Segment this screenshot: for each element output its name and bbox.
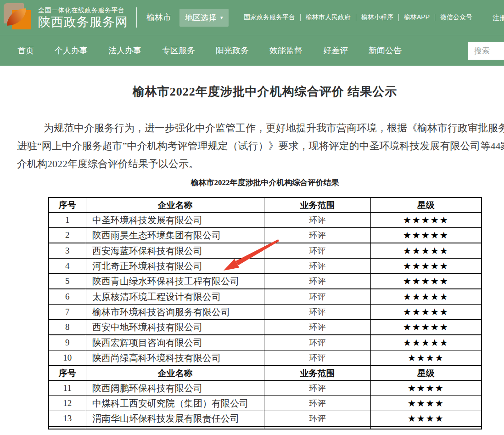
region-selector-button[interactable]: 地区选择 ▾	[179, 9, 229, 27]
column-header-0: 序号	[49, 366, 86, 381]
table-row: 8西安中地环境科技有限公司环评★★★★★	[49, 320, 482, 335]
star-rating: ★★★★★	[371, 213, 482, 228]
star-rating: ★★★★★	[371, 289, 482, 305]
evaluation-results-table: 序号企业名称业务范围星级1中圣环境科技发展有限公司环评★★★★★2陕西雨昊生态环…	[48, 197, 482, 429]
header-link-4[interactable]: 微信公众号	[435, 13, 477, 22]
company-name: 陕西青山绿水环保科技工程有限公司	[86, 274, 264, 289]
company-name: 西安中地环境科技有限公司	[86, 320, 264, 335]
company-name: 河北奇正环境科技有限公司	[86, 259, 264, 274]
nav-item-2[interactable]: 法人办事	[108, 45, 141, 56]
header-link-1[interactable]: 榆林市人民政府	[301, 13, 356, 22]
table-row-partial	[49, 426, 482, 429]
table-row: 5陕西青山绿水环保科技工程有限公司环评★★★★★	[49, 274, 482, 289]
row-index: 6	[49, 289, 86, 305]
column-header-3: 星级	[371, 198, 482, 213]
column-header-1: 企业名称	[86, 366, 264, 381]
nav-item-3[interactable]: 专区服务	[162, 45, 195, 56]
table-header-row: 序号企业名称业务范围星级	[49, 198, 482, 213]
company-name: 渭南华山环保科技发展有限责任公司	[86, 411, 264, 427]
region-selector-label: 地区选择	[185, 12, 216, 23]
paragraph-line-1: 为规范中介服务行为，进一步强化中介监管工作，更好地提升我市营商环境，根据《榆林市…	[17, 119, 504, 137]
nav-item-5[interactable]: 效能监督	[269, 45, 302, 56]
table-row: 3西安海蓝环保科技有限公司环评★★★★★	[49, 243, 482, 259]
announcement-article: 榆林市2022年度涉批中介机构综合评价 结果公示 为规范中介服务行为，进一步强化…	[17, 85, 504, 429]
business-scope: 环评	[264, 381, 371, 396]
table-row: 10陕西尚绿高科环境科技有限公司环评★★★★	[49, 350, 482, 366]
business-scope: 环评	[264, 228, 371, 243]
row-index: 9	[49, 335, 86, 350]
column-header-2: 业务范围	[264, 366, 371, 381]
table-row: 4河北奇正环境科技有限公司环评★★★★★	[49, 259, 482, 274]
header-quick-links: 国家政务服务平台榆林市人民政府榆林小程序榆林APP微信公众号	[239, 0, 477, 35]
star-rating: ★★★★	[371, 396, 482, 411]
table-row: 7榆林市环境科技咨询服务有限公司环评★★★★★	[49, 305, 482, 320]
site-logo	[3, 2, 34, 33]
table-row: 12中煤科工西安研究院（集团）有限公司环评★★★★	[49, 396, 482, 411]
site-name: 陕西政务服务网	[38, 16, 128, 28]
row-index: 2	[49, 228, 86, 243]
table-row: 11陕西阔鹏环保科技有限公司环评★★★★	[49, 381, 482, 396]
logo-text-block: 全国一体化在线政务服务平台 陕西政务服务网	[38, 7, 128, 28]
chevron-down-icon: ▾	[220, 15, 223, 20]
company-name: 陕西宏辉项目咨询有限公司	[86, 335, 264, 350]
nav-items: 首页个人办事法人办事专区服务阳光政务效能监督好差评新闻公告	[17, 45, 422, 56]
register-link[interactable]: 注册	[493, 14, 504, 23]
company-name: 中煤科工西安研究院（集团）有限公司	[86, 396, 264, 411]
table-row: 1中圣环境科技发展有限公司环评★★★★★	[49, 213, 482, 228]
row-index: 1	[49, 213, 86, 228]
table-row: 9陕西宏辉项目咨询有限公司环评★★★★★	[49, 335, 482, 350]
announcement-paragraph: 为规范中介服务行为，进一步强化中介监管工作，更好地提升我市营商环境，根据《榆林市…	[17, 119, 504, 173]
column-header-3: 星级	[371, 366, 482, 381]
business-scope: 环评	[264, 411, 371, 427]
star-rating: ★★★★★	[371, 335, 482, 350]
row-index: 12	[49, 396, 86, 411]
star-rating: ★★★★★	[371, 228, 482, 243]
nav-item-4[interactable]: 阳光政务	[216, 45, 249, 56]
star-rating: ★★★★★	[371, 243, 482, 259]
business-scope: 环评	[264, 396, 371, 411]
row-index: 11	[49, 381, 86, 396]
business-scope: 环评	[264, 305, 371, 320]
table-caption: 榆林市2022年度涉批中介机构综合评价结果	[17, 178, 504, 187]
company-name: 陕西雨昊生态环境集团有限公司	[86, 228, 264, 243]
main-nav: 首页个人办事法人办事专区服务阳光政务效能监督好差评新闻公告	[0, 35, 504, 66]
business-scope: 环评	[264, 350, 371, 366]
paragraph-line-3: 介机构2022年度综合评价结果予以公示。	[17, 155, 504, 173]
table-header-row: 序号企业名称业务范围星级	[49, 366, 482, 381]
company-name: 陕西尚绿高科环境科技有限公司	[86, 350, 264, 366]
current-city-label: 榆林市	[146, 12, 171, 23]
paragraph-line-2: 进驻“网上中介服务超市”中介机构考评管理规定（试行）》要求，现将评定的中圣环境科…	[17, 137, 504, 155]
column-header-1: 企业名称	[86, 198, 264, 213]
business-scope: 环评	[264, 243, 371, 259]
table-row: 6太原核清环境工程设计有限公司环评★★★★★	[49, 289, 482, 305]
business-scope: 环评	[264, 213, 371, 228]
header-link-2[interactable]: 榆林小程序	[356, 13, 398, 22]
row-index: 13	[49, 411, 86, 427]
nav-item-1[interactable]: 个人办事	[55, 45, 88, 56]
star-rating: ★★★★★	[371, 320, 482, 335]
nav-item-6[interactable]: 好差评	[323, 45, 348, 56]
header-link-0[interactable]: 国家政务服务平台	[239, 13, 300, 22]
site-header: 全国一体化在线政务服务平台 陕西政务服务网 榆林市 地区选择 ▾ 国家政务服务平…	[0, 0, 504, 35]
platform-label: 全国一体化在线政务服务平台	[38, 7, 128, 13]
nav-item-7[interactable]: 新闻公告	[369, 45, 402, 56]
row-index: 8	[49, 320, 86, 335]
company-name: 陕西阔鹏环保科技有限公司	[86, 381, 264, 396]
business-scope: 环评	[264, 289, 371, 305]
row-index: 3	[49, 243, 86, 259]
nav-item-0[interactable]: 首页	[17, 45, 34, 56]
row-index: 10	[49, 350, 86, 366]
business-scope: 环评	[264, 335, 371, 350]
search-input[interactable]	[468, 42, 504, 60]
business-scope: 环评	[264, 320, 371, 335]
header-link-3[interactable]: 榆林APP	[399, 13, 435, 22]
company-name: 榆林市环境科技咨询服务有限公司	[86, 305, 264, 320]
star-rating: ★★★★	[371, 381, 482, 396]
header-divider	[136, 7, 137, 28]
star-rating: ★★★★★	[371, 259, 482, 274]
table-row: 2陕西雨昊生态环境集团有限公司环评★★★★★	[49, 228, 482, 243]
business-scope: 环评	[264, 259, 371, 274]
row-index: 5	[49, 274, 86, 289]
star-rating: ★★★★★	[371, 274, 482, 289]
table-row: 13渭南华山环保科技发展有限责任公司环评★★★★	[49, 411, 482, 427]
